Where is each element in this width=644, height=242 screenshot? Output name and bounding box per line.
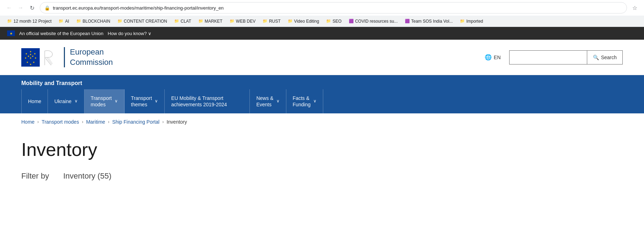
svg-text:★: ★: [24, 57, 27, 59]
folder-icon: 📁: [230, 19, 235, 23]
lock-icon: 🔒: [44, 5, 50, 11]
breadcrumb-ship-financing[interactable]: Ship Financing Portal: [112, 119, 159, 125]
nav-buttons: ← → ↻: [4, 3, 37, 13]
svg-text:★: ★: [34, 52, 36, 55]
breadcrumb: Home › Transport modes › Maritime › Ship…: [0, 113, 644, 130]
bookmark-item[interactable]: 🟪COVID resources su...: [346, 18, 401, 24]
nav-ukraine-label: Ukraine: [54, 98, 71, 105]
globe-icon: 🌐: [485, 54, 492, 61]
folder-icon: 🟪: [349, 19, 354, 23]
nav-item-eu-achievements[interactable]: EU Mobility & Transport achievements 201…: [165, 89, 250, 113]
eu-official-bar: ★ An official website of the European Un…: [0, 27, 644, 40]
browser-chrome: ← → ↻ 🔒 transport.ec.europa.eu/transport…: [0, 0, 644, 27]
svg-text:★: ★: [29, 63, 32, 66]
bookmark-item[interactable]: 📁Video Editing: [285, 18, 322, 24]
back-button[interactable]: ←: [4, 3, 14, 13]
nav-item-transport-themes[interactable]: Transportthemes ∨: [125, 89, 165, 113]
folder-icon: 📁: [7, 19, 12, 23]
eu-flag-icon: ★ ★ ★ ★ ★ ★ ★ ★ ★ ★ ★ ★: [21, 48, 40, 67]
bookmark-item[interactable]: 📁WEB DEV: [227, 18, 258, 24]
folder-icon: 🟪: [405, 19, 410, 23]
bookmark-item[interactable]: 📁MARKET: [196, 18, 225, 24]
page-content: Inventory Filter by Inventory (55): [0, 130, 644, 189]
nav-home-label: Home: [28, 98, 41, 105]
folder-icon: 📁: [460, 19, 465, 23]
nav-item-news-events[interactable]: News &Events ∨: [250, 89, 286, 113]
header-right: 🌐 EN 🔍 Search: [485, 50, 623, 64]
nav-news-events-label: News &Events: [256, 95, 273, 108]
how-label: How do you know?: [108, 31, 147, 36]
folder-icon: 📁: [59, 19, 64, 23]
nav-transport-themes-label: Transportthemes: [131, 95, 152, 108]
official-text: An official website of the European Unio…: [19, 31, 104, 36]
refresh-button[interactable]: ↻: [27, 3, 37, 13]
nav-item-home[interactable]: Home: [21, 89, 48, 113]
svg-text:★: ★: [34, 57, 37, 59]
folder-icon: 📁: [326, 19, 331, 23]
site-header: ★ ★ ★ ★ ★ ★ ★ ★ ★ ★ ★ ★ European: [0, 40, 644, 75]
eu-logo[interactable]: ★ ★ ★ ★ ★ ★ ★ ★ ★ ★ ★ ★: [21, 47, 55, 67]
nav-transport-modes-label: Transportmodes: [91, 95, 112, 108]
logo-area: ★ ★ ★ ★ ★ ★ ★ ★ ★ ★ ★ ★ European: [21, 47, 113, 67]
how-do-you-know[interactable]: How do you know? ∨: [108, 31, 152, 36]
site-title: Mobility and Transport: [21, 75, 623, 89]
folder-icon: 📁: [76, 19, 81, 23]
breadcrumb-home[interactable]: Home: [21, 119, 34, 125]
folder-icon: 📁: [263, 19, 268, 23]
breadcrumb-sep-2: ›: [82, 119, 83, 124]
commission-name[interactable]: European Commission: [64, 47, 113, 67]
language-code: EN: [494, 55, 501, 60]
url-text: transport.ec.europa.eu/transport-modes/m…: [53, 5, 622, 11]
language-selector[interactable]: 🌐 EN: [485, 54, 501, 61]
chevron-down-icon: ∨: [155, 99, 158, 104]
breadcrumb-sep-1: ›: [37, 119, 39, 124]
address-bar[interactable]: 🔒 transport.ec.europa.eu/transport-modes…: [40, 2, 627, 13]
bookmark-item[interactable]: 📁SEO: [323, 18, 344, 24]
bookmark-star-button[interactable]: ☆: [630, 3, 640, 13]
nav-items: Home Ukraine ∨ Transportmodes ∨ Transpor…: [21, 89, 623, 113]
chevron-down-icon: ∨: [276, 99, 280, 104]
bookmark-item[interactable]: 🟪Team SOS India Vol...: [402, 18, 456, 24]
nav-achievements-label: EU Mobility & Transport achievements 201…: [171, 95, 243, 108]
bookmark-item[interactable]: 📁AI: [56, 18, 72, 24]
browser-toolbar: ← → ↻ 🔒 transport.ec.europa.eu/transport…: [0, 0, 644, 16]
nav-item-transport-modes[interactable]: Transportmodes ∨: [84, 89, 125, 113]
bookmark-item[interactable]: 📁RUST: [260, 18, 284, 24]
search-icon: 🔍: [593, 55, 599, 60]
bookmark-item[interactable]: 📁BLOCKCHAIN: [73, 18, 113, 24]
bookmark-item[interactable]: 📁CONTENT CREATION: [115, 18, 170, 24]
inventory-count: Inventory (55): [63, 171, 111, 181]
chevron-down-icon: ∨: [313, 99, 317, 104]
folder-icon: 📁: [198, 19, 203, 23]
eu-flag-small: ★: [7, 30, 15, 36]
breadcrumb-sep-3: ›: [108, 119, 109, 124]
nav-item-facts-funding[interactable]: Facts &Funding ∨: [286, 89, 324, 113]
bookmarks-bar: 📁12 month 12 Project📁AI📁BLOCKCHAIN📁CONTE…: [0, 16, 644, 27]
breadcrumb-transport-modes[interactable]: Transport modes: [42, 119, 79, 125]
svg-text:★: ★: [29, 50, 32, 53]
filter-by-label: Filter by: [21, 171, 49, 181]
search-button[interactable]: 🔍 Search: [587, 51, 622, 64]
bookmark-item[interactable]: 📁CLAT: [171, 18, 194, 24]
chevron-down-icon: ∨: [148, 31, 152, 36]
search-input[interactable]: [510, 55, 587, 60]
bookmark-item[interactable]: 📁Imported: [457, 18, 486, 24]
breadcrumb-current: Inventory: [166, 119, 187, 125]
nav-item-ukraine[interactable]: Ukraine ∨: [48, 89, 84, 113]
svg-text:★: ★: [27, 55, 29, 57]
search-box: 🔍 Search: [509, 50, 623, 64]
chevron-down-icon: ∨: [115, 99, 118, 104]
breadcrumb-maritime[interactable]: Maritime: [86, 119, 105, 125]
svg-text:★: ★: [33, 61, 35, 63]
svg-text:★: ★: [25, 52, 27, 55]
svg-text:★: ★: [26, 61, 28, 63]
nav-bar: Mobility and Transport Home Ukraine ∨ Tr…: [0, 75, 644, 113]
svg-text:★: ★: [10, 32, 13, 35]
filter-section: Filter by Inventory (55): [21, 171, 623, 181]
breadcrumb-sep-4: ›: [162, 119, 164, 124]
folder-icon: 📁: [117, 19, 122, 23]
forward-button[interactable]: →: [16, 3, 26, 13]
svg-text:★: ★: [32, 55, 34, 57]
nav-facts-funding-label: Facts &Funding: [293, 95, 311, 108]
bookmark-item[interactable]: 📁12 month 12 Project: [4, 18, 54, 24]
